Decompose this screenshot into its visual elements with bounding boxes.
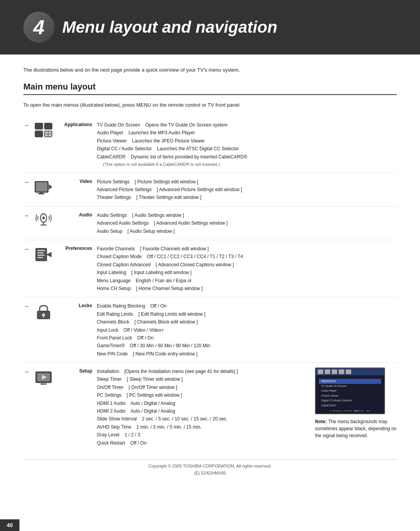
applications-label: Applications [58,121,97,127]
preferences-items: Favorite Channels [ Favorite Channels ed… [97,245,397,292]
svg-rect-19 [37,250,45,251]
section-title: Main menu layout [23,82,397,95]
preferences-label: Preferences [58,245,97,251]
page-footer: Copyright © 2005 TOSHIBA CORPORATION. Al… [23,459,397,468]
audio-icon [33,211,54,231]
model-number: (E) 52/62HMX95 [23,471,397,475]
video-icon [33,178,54,197]
tv-list-item: Audio Player [319,389,381,394]
setup-icon [33,367,54,387]
menu-row-setup: → Setup Installation [Opens the Installa… [23,363,397,452]
note-body: The menu backgrounds may sometimes appea… [315,419,396,438]
arrow-icon: → [23,246,30,253]
arrow-icon: → [23,212,30,219]
svg-rect-13 [38,193,44,194]
page-number: 40 [0,519,19,531]
menu-row-video: → Video Picture Settings [ Picture Setti… [23,173,397,207]
svg-rect-6 [45,134,48,136]
svg-rect-0 [35,123,43,129]
svg-marker-23 [47,252,51,257]
menu-layout: → Applications TV Guide On Screen Opens … [23,116,397,452]
menu-row-audio: → Audio Audio Settings [ Audio Settings … [23,207,397,240]
svg-rect-1 [44,123,52,129]
svg-rect-7 [49,134,51,136]
chapter-number: 4 [23,12,54,43]
menu-row-preferences: → Preferences Favorite Channels [ Favori… [23,240,397,297]
note-text: Note: The menu backgrounds may sometimes… [315,418,397,439]
audio-label: Audio [58,211,97,218]
applications-items: TV Guide On Screen Opens the TV Guide On… [97,121,397,168]
locks-icon [33,302,54,322]
arrow-icon: → [23,303,30,310]
setup-label: Setup [58,367,97,374]
tv-screenshot: Applications TV Guide On Screen Audio Pl… [315,367,385,414]
video-label: Video [58,178,97,184]
audio-items: Audio Settings [ Audio Settings window ]… [97,211,397,235]
menu-row-applications: → Applications TV Guide On Screen Opens … [23,116,397,173]
note-label: Note: [315,419,327,424]
svg-point-25 [42,313,45,316]
preferences-icon [33,245,54,264]
svg-rect-21 [37,255,44,256]
arrow-icon: → [23,368,30,375]
section-intro: To open the main menus (illustrated belo… [23,101,397,109]
tv-list-item: Picture Viewer [319,394,381,399]
svg-rect-30 [40,383,47,385]
menu-row-locks: → Locks Enable Rating Blocking Off / On … [23,297,397,363]
tv-list-item: Digital CC/Audio Selector [319,398,381,403]
svg-point-17 [42,216,45,220]
svg-rect-4 [45,132,48,134]
chapter-header: 4 Menu layout and navigation [0,0,420,55]
locks-label: Locks [58,302,97,308]
svg-marker-11 [49,185,52,189]
applications-icon [33,121,54,141]
svg-rect-2 [35,131,43,137]
svg-rect-9 [36,183,47,191]
svg-rect-22 [37,257,43,258]
chapter-title: Menu layout and navigation [62,18,277,37]
copyright-text: Copyright © 2005 TOSHIBA CORPORATION. Al… [149,464,272,468]
arrow-icon: → [23,122,30,129]
intro-text: The illustrations below and on the next … [23,66,397,74]
tv-list-highlighted: Applications [319,379,381,384]
tv-list-item: CableCARD [319,403,381,408]
note-box: Applications TV Guide On Screen Audio Pl… [315,367,397,447]
svg-rect-20 [37,252,44,253]
svg-rect-5 [49,132,51,134]
video-items: Picture Settings [ Picture Settings edit… [97,178,397,202]
locks-items: Enable Rating Blocking Off / On Edit Rat… [97,302,397,358]
setup-content-wrapper: Installation [Opens the Installation men… [97,367,397,447]
arrow-icon: → [23,179,30,186]
setup-items: Installation [Opens the Installation men… [97,367,309,447]
tv-list-item: TV Guide On Screen [319,384,381,389]
tv-controls: ▲ Navigate ● Select ■■■ Back ◄► [316,410,384,412]
